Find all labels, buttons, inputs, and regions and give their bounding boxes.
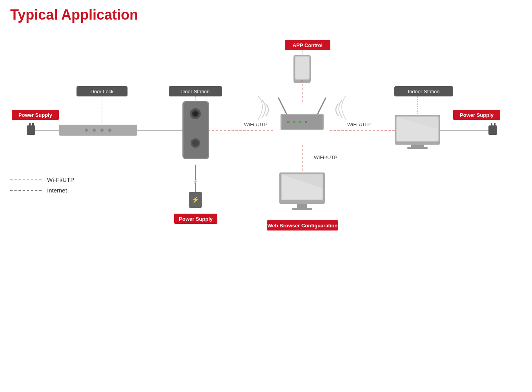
svg-text:Door Lock: Door Lock xyxy=(90,89,114,94)
svg-text:Power Supply: Power Supply xyxy=(179,216,213,222)
svg-point-22 xyxy=(193,112,197,116)
svg-text:WiFi-/UTP: WiFi-/UTP xyxy=(347,122,371,127)
svg-point-13 xyxy=(100,129,104,132)
svg-point-40 xyxy=(305,121,307,123)
svg-point-39 xyxy=(299,121,301,123)
legend: Wi-Fi/UTP Internet xyxy=(10,176,74,198)
svg-text:Power Supply: Power Supply xyxy=(18,112,53,118)
svg-text:Web Browser Configuaration: Web Browser Configuaration xyxy=(268,223,338,229)
svg-text:Indoor Station: Indoor Station xyxy=(408,89,440,94)
internet-line-icon xyxy=(10,190,42,191)
svg-point-12 xyxy=(93,129,96,132)
svg-rect-46 xyxy=(295,57,309,79)
svg-rect-65 xyxy=(407,147,428,149)
svg-line-35 xyxy=(279,98,286,114)
legend-wifi-item: Wi-Fi/UTP xyxy=(10,176,74,183)
internet-label: Internet xyxy=(47,187,67,194)
svg-text:Door Station: Door Station xyxy=(181,89,210,94)
svg-rect-71 xyxy=(494,123,496,126)
svg-point-37 xyxy=(287,121,290,123)
svg-rect-70 xyxy=(491,123,492,126)
svg-point-14 xyxy=(108,129,111,132)
svg-text:WiFi-/UTP: WiFi-/UTP xyxy=(244,122,268,127)
svg-text:WiFi-/UTP: WiFi-/UTP xyxy=(314,154,337,160)
svg-text:Power Supply: Power Supply xyxy=(460,112,494,118)
wifi-line-icon xyxy=(10,180,42,180)
svg-point-24 xyxy=(192,140,199,146)
svg-rect-57 xyxy=(292,208,312,210)
svg-text:APP Control: APP Control xyxy=(293,42,322,48)
svg-point-38 xyxy=(293,121,295,123)
svg-rect-7 xyxy=(27,125,35,135)
wifi-label: Wi-Fi/UTP xyxy=(47,176,74,183)
svg-text:⚡: ⚡ xyxy=(191,196,199,203)
svg-rect-10 xyxy=(59,125,137,136)
svg-rect-8 xyxy=(29,123,31,126)
svg-rect-69 xyxy=(488,125,497,135)
svg-point-11 xyxy=(85,129,88,132)
legend-internet-item: Internet xyxy=(10,187,74,194)
svg-text:⚡: ⚡ xyxy=(193,179,198,184)
svg-rect-9 xyxy=(32,123,34,126)
svg-line-36 xyxy=(318,98,326,114)
svg-point-48 xyxy=(301,80,303,82)
